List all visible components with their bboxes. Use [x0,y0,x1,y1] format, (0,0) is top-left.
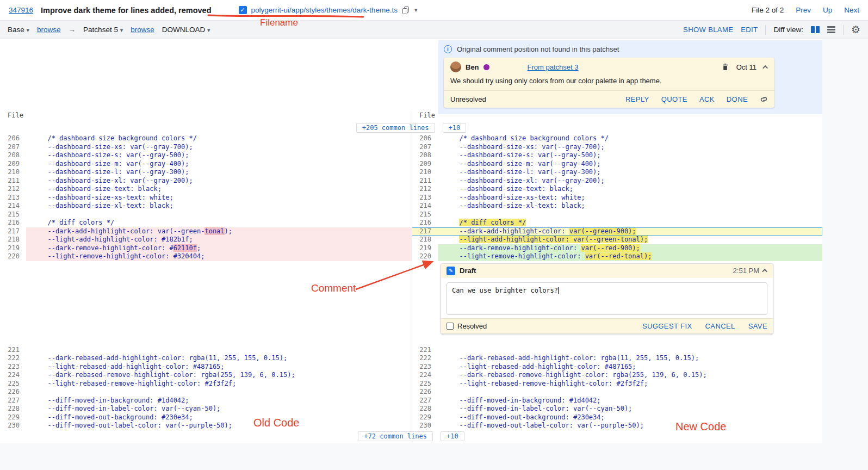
line-number[interactable]: 229 [0,413,26,422]
line-number[interactable]: 228 [0,405,26,413]
from-patchset-link[interactable]: From patchset 3 [528,63,579,71]
line-number[interactable]: 219 [0,244,26,253]
code-text: --dashboard-size-s: var(--gray-500); [438,151,822,160]
line-number[interactable]: 228 [412,405,438,413]
code-text: --dark-add-highlight-color: var(--green-… [26,227,412,236]
line-number[interactable]: 223 [0,363,26,372]
suggest-fix-button[interactable]: SUGGEST FIX [642,322,692,330]
unified-view-icon[interactable] [827,26,835,33]
line-number[interactable]: 219 [412,244,438,253]
preferences-gear-icon[interactable]: ⚙ [851,24,860,35]
browse-patchset-link[interactable]: browse [131,26,154,34]
line-number[interactable]: 224 [0,371,26,380]
code-text: --light-rebased-add-highlight-color: #48… [438,363,822,372]
done-button[interactable]: DONE [727,95,748,103]
expand-ten-lines-button[interactable]: +10 [443,123,467,133]
line-number[interactable]: 220 [0,252,26,261]
download-dropdown[interactable]: DOWNLOAD ▾ [162,26,210,34]
side-by-side-view-icon[interactable] [811,26,820,33]
line-number[interactable]: 226 [412,388,438,397]
expand-common-lines-button[interactable]: +205 common lines [356,123,435,133]
line-number[interactable]: 209 [0,160,26,169]
save-button[interactable]: SAVE [748,322,767,330]
cancel-button[interactable]: CANCEL [705,322,735,330]
line-number[interactable]: 220 [412,252,438,261]
up-link[interactable]: Up [823,6,832,14]
line-number[interactable]: 214 [0,202,26,211]
line-number[interactable]: 215 [412,211,438,219]
patchset-dropdown[interactable]: Patchset 5 ▾ [83,26,123,34]
base-patchset-dropdown[interactable]: Base ▾ [8,26,29,34]
thread-collapse-chevron-icon[interactable] [762,65,768,70]
line-number[interactable]: 207 [412,143,438,152]
reply-button[interactable]: REPLY [625,95,649,103]
line-number[interactable]: 218 [412,236,438,244]
draft-collapse-chevron-icon[interactable] [762,269,767,274]
expand-ten-lines-bottom-button[interactable]: +10 [441,431,464,441]
line-number[interactable]: 227 [0,397,26,405]
line-number[interactable]: 222 [412,354,438,363]
code-text: --light-add-highlight-color: var(--green… [438,236,822,244]
line-number[interactable]: 211 [412,177,438,185]
line-number[interactable]: 210 [0,168,26,177]
line-number[interactable]: 225 [412,380,438,388]
line-number[interactable]: 213 [412,194,438,202]
line-number[interactable]: 217 [0,227,26,236]
line-number[interactable]: 215 [0,211,26,219]
line-number[interactable]: 230 [412,422,438,430]
prev-file-link[interactable]: Prev [796,6,811,14]
code-text: /* dashboard size background colors */ [26,134,412,143]
code-text [26,211,412,219]
line-number[interactable]: 206 [0,134,26,143]
line-number[interactable]: 227 [412,397,438,405]
diff-line-left-214: 214 --dashboard-size-xl-text: black; [0,202,412,211]
line-number[interactable]: 221 [412,346,438,355]
line-number[interactable]: 207 [0,143,26,152]
browse-base-link[interactable]: browse [37,26,61,34]
line-number[interactable]: 212 [412,185,438,194]
line-number[interactable]: 213 [0,194,26,202]
draft-comment-input[interactable]: Can we use brighter colors? [447,282,767,315]
file-reviewed-checkbox[interactable]: ✓ [239,6,247,14]
line-number[interactable]: 216 [0,219,26,227]
right-pane-block-1: 206 /* dashboard size background colors … [412,134,822,261]
delete-comment-icon[interactable] [722,63,729,71]
diff-line-left-225: 225 --light-rebased-remove-highlight-col… [0,380,412,388]
line-number[interactable]: 212 [0,185,26,194]
line-number[interactable]: 222 [0,354,26,363]
line-number[interactable]: 211 [0,177,26,185]
line-number[interactable]: 230 [0,422,26,430]
line-number[interactable]: 208 [0,151,26,160]
edit-button[interactable]: EDIT [741,26,758,34]
show-blame-button[interactable]: SHOW BLAME [683,26,733,34]
next-file-link[interactable]: Next [844,6,859,14]
copy-link-icon[interactable] [760,95,768,103]
diff-line-right-224: 224 --dark-rebased-remove-highlight-colo… [412,371,822,380]
expand-common-lines-bottom-button[interactable]: +72 common lines [358,431,433,441]
line-number[interactable]: 214 [412,202,438,211]
file-dropdown-caret-icon[interactable]: ▾ [414,7,418,14]
line-number[interactable]: 221 [0,346,26,355]
quote-button[interactable]: QUOTE [661,95,687,103]
line-number[interactable]: 217 [412,227,438,236]
expand-context-bottom: +72 common lines +10 [0,430,822,443]
line-number[interactable]: 226 [0,388,26,397]
line-number[interactable]: 223 [412,363,438,372]
file-path-link[interactable]: polygerrit-ui/app/styles/themes/dark-the… [251,6,398,14]
copy-path-icon[interactable] [402,6,410,15]
line-number[interactable]: 229 [412,413,438,422]
resolved-checkbox[interactable] [447,323,454,330]
thread-info-row: i Original comment position not found in… [444,45,817,53]
change-number-link[interactable]: 347916 [9,6,33,14]
line-number[interactable]: 206 [412,134,438,143]
line-number[interactable]: 225 [0,380,26,388]
ack-button[interactable]: ACK [699,95,715,103]
code-text: --light-remove-highlight-color: var(--re… [438,252,822,261]
line-number[interactable]: 208 [412,151,438,160]
line-number[interactable]: 224 [412,371,438,380]
line-number[interactable]: 218 [0,236,26,244]
line-number[interactable]: 209 [412,160,438,169]
diff-line-right-226: 226 [412,388,822,397]
line-number[interactable]: 216 [412,219,438,227]
line-number[interactable]: 210 [412,168,438,177]
